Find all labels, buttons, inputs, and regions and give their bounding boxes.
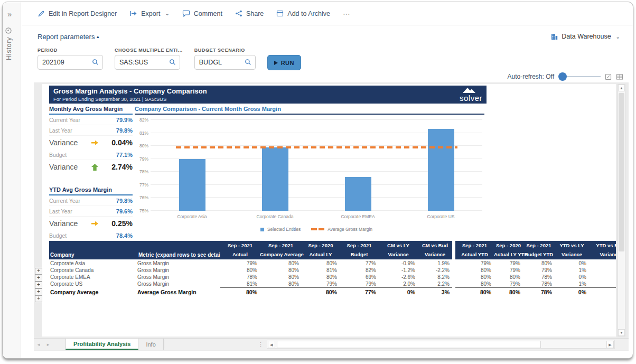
header-line2: Variance xyxy=(379,251,418,257)
comment-label: Comment xyxy=(194,10,222,17)
sidebar-item-history[interactable]: History xyxy=(5,27,13,60)
expand-row-button[interactable]: + xyxy=(35,288,42,295)
cell-value: 80% xyxy=(260,260,299,266)
scroll-right-button[interactable]: ▶ xyxy=(606,341,614,348)
budget-scenario-input[interactable] xyxy=(199,55,246,69)
bar-corporate-canada[interactable] xyxy=(262,147,288,211)
popout-edit-icon[interactable] xyxy=(605,73,612,80)
kpi-value: 79.8% xyxy=(116,127,133,134)
header-line2: Budget xyxy=(340,251,379,257)
auto-refresh-slider[interactable] xyxy=(558,72,601,81)
mountain-icon xyxy=(460,87,478,94)
cell-value: 80% xyxy=(220,289,257,295)
column-header: Sep - 2020Actual LY YTD xyxy=(494,241,523,259)
bar-corporate-emea[interactable] xyxy=(345,177,371,211)
search-icon[interactable] xyxy=(245,59,251,66)
kpi-monthly-row-current-year: Current Year79.9% xyxy=(49,115,133,125)
share-button[interactable]: Share xyxy=(235,10,264,17)
column-header: CM vs BudVariance xyxy=(418,241,452,259)
entities-input[interactable] xyxy=(119,55,166,69)
tab-nav-right[interactable]: ▸ xyxy=(43,339,53,350)
cell-metric: Average Gross Margin xyxy=(137,289,219,295)
scroll-up-button[interactable]: ▲ xyxy=(618,85,625,91)
header-line1: YTD vs LY xyxy=(555,242,589,248)
cell-company: Corporate US xyxy=(50,281,137,287)
search-icon[interactable] xyxy=(92,59,99,66)
period-label: PERIOD xyxy=(38,48,103,53)
kpi-label: Current Year xyxy=(49,198,80,204)
expand-row-button[interactable]: + xyxy=(35,275,42,282)
slider-knob[interactable] xyxy=(558,72,567,81)
kpi-variance-value: 2.74% xyxy=(111,163,133,171)
cell-company: Corporate Asia xyxy=(50,260,137,266)
column-header: Sep - 2020Actual LY xyxy=(302,241,340,259)
table-view-icon[interactable] xyxy=(616,73,623,80)
scroll-left-button[interactable]: ◀ xyxy=(268,341,275,348)
vertical-scroll-thumb[interactable] xyxy=(619,93,624,251)
slider-track xyxy=(563,76,601,77)
data-warehouse-selector[interactable]: Data Warehouse ⌄ xyxy=(551,33,620,40)
cell-value: 82% xyxy=(340,267,376,273)
cell-value: 80% xyxy=(302,274,337,280)
cell-value: 78% xyxy=(523,281,552,287)
tabstrip-splitter[interactable]: ⋮ xyxy=(258,339,264,350)
pencil-icon xyxy=(38,10,45,17)
bar-corporate-us[interactable] xyxy=(428,129,454,211)
table-header-company-block: CompanyMetric (expand rows to see detail… xyxy=(49,241,220,259)
expand-row-button[interactable]: + xyxy=(35,282,42,288)
export-label: Export xyxy=(141,10,160,17)
add-to-archive-button[interactable]: Add to Archive xyxy=(276,10,330,17)
header-line2: Actual LY xyxy=(302,251,340,257)
chevron-down-icon: ⌄ xyxy=(165,11,169,16)
report-title: Gross Margin Analysis - Company Comparis… xyxy=(53,87,482,95)
search-icon[interactable] xyxy=(169,59,176,66)
horizontal-scrollbar[interactable]: ◀ ▶ xyxy=(267,340,615,349)
kpi-ytd-row-budget: Budget78.4% xyxy=(49,230,133,241)
kpi-panels: Monthly Avg Gross Margin Current Year79.… xyxy=(49,106,133,255)
header-line1: Sep - 2021 xyxy=(523,242,555,248)
cell-value: 1% xyxy=(555,281,586,287)
rail-expand-button[interactable]: » xyxy=(7,10,12,18)
cell-value: 79% xyxy=(494,281,520,287)
cell-value: 77% xyxy=(340,260,376,266)
period-input[interactable] xyxy=(42,55,89,69)
tab-nav-left[interactable]: ◂ xyxy=(34,339,43,350)
bar-corporate-asia[interactable] xyxy=(179,159,205,211)
edit-in-designer-button[interactable]: Edit in Report Designer xyxy=(38,10,117,17)
tab-profitability-analysis[interactable]: Profitability Analysis xyxy=(66,339,138,350)
column-header: Sep - 2021Actual xyxy=(220,241,260,259)
kpi-ytd-row-last-year: Last Year79.6% xyxy=(49,206,133,217)
cell-metric: Gross Margin xyxy=(137,281,219,287)
cell-value: 79% xyxy=(220,260,257,266)
horizontal-scroll-thumb[interactable] xyxy=(277,341,541,348)
header-line1: YTD vs Bud xyxy=(589,242,616,248)
export-button[interactable]: Export ⌄ xyxy=(129,10,170,17)
header-line1: CM vs LY xyxy=(379,242,418,248)
cell-value: -2.6% xyxy=(379,274,415,280)
more-actions-button[interactable]: ⋯ xyxy=(343,10,350,18)
app-window: » History Edit in Report Designer Export… xyxy=(2,2,633,359)
data-warehouse-label: Data Warehouse xyxy=(562,33,611,40)
report-parameters-toggle[interactable]: Report parameters ▴ xyxy=(38,33,99,41)
cell-value: -1.2% xyxy=(379,267,415,273)
cell-value: 81% xyxy=(220,281,257,287)
tab-info[interactable]: Info xyxy=(138,339,163,350)
edit-in-designer-label: Edit in Report Designer xyxy=(49,10,117,17)
cell-value: 79% xyxy=(494,267,520,273)
comment-button[interactable]: Comment xyxy=(182,10,222,17)
y-axis-tick-label: 80% xyxy=(135,143,148,148)
expand-row-button[interactable]: + xyxy=(35,295,42,302)
report-parameters-label: Report parameters xyxy=(38,33,95,41)
scroll-down-button[interactable]: ▼ xyxy=(618,329,625,336)
arrow-up-icon xyxy=(91,163,99,171)
kpi-variance-value: 0.04% xyxy=(111,138,133,147)
header-line2: Actual YTD xyxy=(455,251,494,257)
column-header: Sep - 2021Budget YTD xyxy=(523,241,555,259)
cell-value: 0% xyxy=(555,289,586,295)
vertical-scrollbar[interactable]: ▲ ▼ xyxy=(618,84,625,337)
kpi-value: 77.1% xyxy=(116,152,133,158)
y-axis-tick-label: 81% xyxy=(135,130,148,136)
run-button[interactable]: RUN xyxy=(267,55,301,70)
cell-value: 80% xyxy=(455,289,491,295)
expand-row-button[interactable]: + xyxy=(35,268,42,275)
